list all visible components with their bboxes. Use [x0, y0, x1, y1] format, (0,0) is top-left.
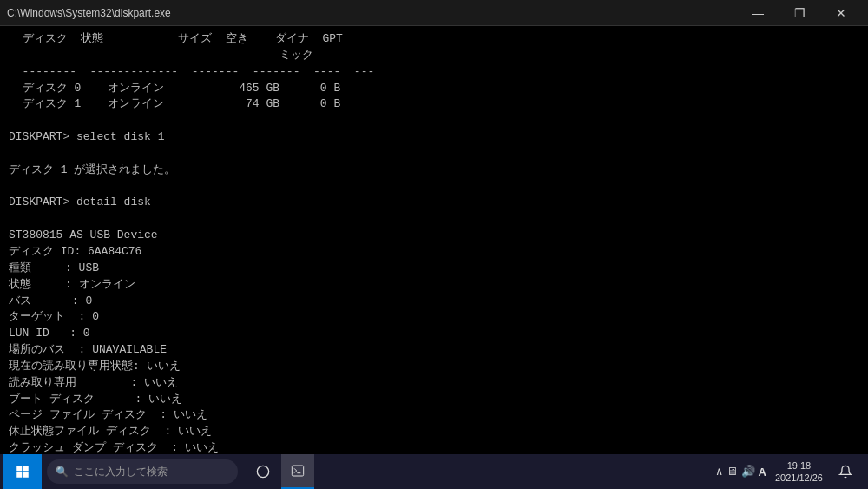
taskbar-right: ∧ 🖥 🔊 A 19:18 2021/12/26	[716, 454, 865, 489]
minimize-button[interactable]: —	[738, 0, 778, 26]
svg-point-0	[257, 466, 268, 477]
search-icon: 🔍	[56, 466, 69, 479]
system-tray-icons: ∧ 🖥 🔊 A	[716, 465, 766, 479]
active-app-diskpart[interactable]	[281, 454, 314, 489]
search-placeholder: ここに入力して検索	[74, 465, 168, 479]
search-box[interactable]: 🔍 ここに入力して検索	[47, 459, 238, 484]
terminal-output: ディスク 状態 サイズ 空き ダイナ GPT ミック -------- ----…	[9, 31, 859, 454]
close-button[interactable]: ✕	[821, 0, 861, 26]
windows-icon	[15, 464, 30, 479]
restore-button[interactable]: ❐	[779, 0, 819, 26]
clock-display[interactable]: 19:18 2021/12/26	[772, 459, 826, 485]
chevron-up-icon[interactable]: ∧	[716, 465, 723, 479]
window-title: C:\Windows\System32\diskpart.exe	[7, 7, 171, 19]
notification-icon	[838, 465, 852, 479]
network-icon[interactable]: 🖥	[727, 466, 738, 479]
task-view-icon	[256, 465, 270, 479]
language-indicator[interactable]: A	[759, 466, 766, 479]
volume-icon[interactable]: 🔊	[741, 465, 755, 479]
clock-time: 19:18	[787, 459, 812, 472]
svg-rect-1	[292, 466, 303, 476]
taskbar-center-icons	[247, 454, 314, 489]
taskbar: 🔍 ここに入力して検索 ∧ 🖥 🔊 A 19:18 2021/12/26	[0, 454, 868, 489]
window-controls: — ❐ ✕	[738, 0, 861, 26]
start-button[interactable]	[3, 454, 42, 489]
clock-date: 2021/12/26	[775, 472, 823, 484]
notification-button[interactable]	[832, 454, 859, 489]
titlebar: C:\Windows\System32\diskpart.exe — ❐ ✕	[0, 0, 868, 26]
task-view-button[interactable]	[247, 454, 279, 489]
terminal-icon	[291, 464, 305, 478]
terminal-window[interactable]: ディスク 状態 サイズ 空き ダイナ GPT ミック -------- ----…	[0, 26, 868, 454]
